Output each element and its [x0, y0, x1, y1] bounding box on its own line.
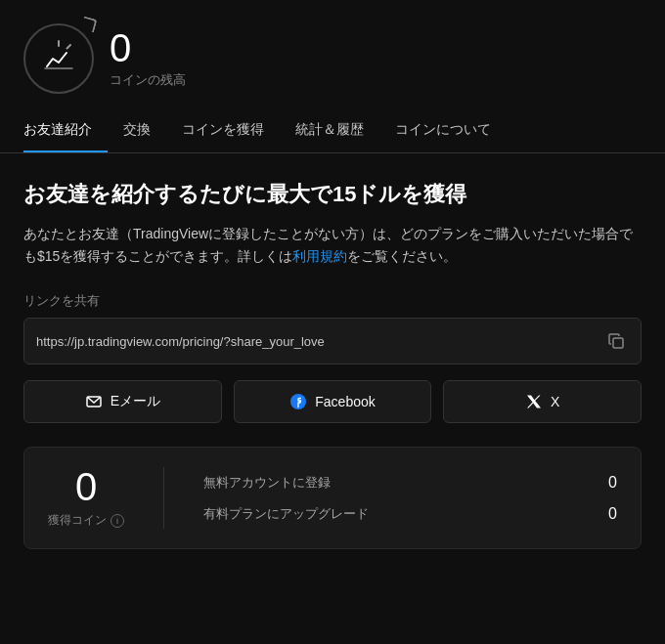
paid-upgrade-value: 0 — [608, 505, 617, 523]
facebook-icon — [289, 393, 307, 410]
link-share-label: リンクを共有 — [23, 292, 642, 310]
free-account-row: 無料アカウントに登録 0 — [203, 474, 617, 492]
earned-coins-label: 獲得コイン i — [48, 512, 124, 529]
free-account-value: 0 — [608, 474, 617, 492]
svg-line-1 — [67, 45, 71, 49]
stats-box: 0 獲得コイン i 無料アカウントに登録 0 有料プランにアップグレード 0 — [23, 447, 642, 549]
copy-button[interactable] — [603, 328, 629, 354]
coins-value: 0 — [110, 28, 186, 67]
link-share-box: https://jp.tradingview.com/pricing/?shar… — [23, 318, 642, 365]
coin-icon — [23, 23, 94, 94]
tab-stats[interactable]: 統計＆履歴 — [280, 109, 379, 152]
share-buttons: Eメール Facebook X — [23, 380, 642, 423]
main-content: お友達を紹介するたびに最大で15ドルを獲得 あなたとお友達（TradingVie… — [0, 153, 665, 573]
free-account-label: 無料アカウントに登録 — [203, 474, 331, 492]
section-description: あなたとお友達（TradingViewに登録したことがない方）は、どのプランをご… — [23, 223, 642, 270]
section-title: お友達を紹介するたびに最大で15ドルを獲得 — [23, 181, 642, 209]
header-info: 0 コインの残高 — [110, 28, 186, 89]
email-share-button[interactable]: Eメール — [23, 380, 222, 423]
nav-tabs: お友達紹介 交換 コインを獲得 統計＆履歴 コインについて — [0, 109, 665, 153]
earned-coins-value: 0 — [75, 467, 97, 506]
paid-upgrade-label: 有料プランにアップグレード — [203, 505, 369, 523]
coins-label: コインの残高 — [110, 71, 186, 89]
terms-link[interactable]: 利用規約 — [292, 248, 347, 264]
earned-coins-info-icon[interactable]: i — [111, 514, 124, 528]
x-button-label: X — [551, 394, 559, 409]
paid-upgrade-row: 有料プランにアップグレード 0 — [203, 505, 617, 523]
tab-about-coins[interactable]: コインについて — [379, 109, 507, 152]
facebook-button-label: Facebook — [315, 394, 375, 409]
share-url: https://jp.tradingview.com/pricing/?shar… — [36, 334, 594, 349]
svg-rect-3 — [613, 338, 623, 348]
header: 0 コインの残高 — [0, 0, 665, 109]
tab-exchange[interactable]: 交換 — [108, 109, 166, 152]
email-icon — [85, 393, 103, 410]
x-icon — [525, 393, 543, 410]
desc-text-2: をご覧ください。 — [347, 248, 457, 264]
tab-earn-coins[interactable]: コインを獲得 — [166, 109, 280, 152]
x-share-button[interactable]: X — [443, 380, 642, 423]
email-button-label: Eメール — [111, 393, 160, 410]
referral-stats: 無料アカウントに登録 0 有料プランにアップグレード 0 — [203, 474, 617, 523]
facebook-share-button[interactable]: Facebook — [234, 380, 432, 423]
earned-coins-section: 0 獲得コイン i — [48, 467, 164, 529]
tab-referral[interactable]: お友達紹介 — [23, 109, 108, 152]
